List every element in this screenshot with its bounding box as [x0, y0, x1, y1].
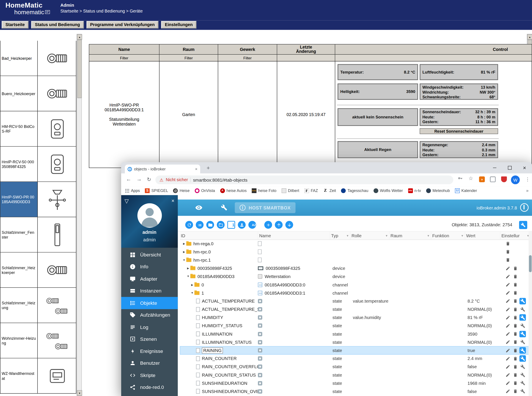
edit-icon[interactable] [504, 355, 511, 362]
drawer-menu-item[interactable]: Szenen [121, 333, 178, 345]
delete-icon[interactable] [512, 306, 518, 313]
objects-column-header[interactable]: Funktion [431, 231, 465, 240]
edit-icon[interactable] [504, 265, 511, 272]
reload-button[interactable] [147, 176, 151, 182]
extension-icon[interactable] [490, 176, 496, 182]
device-list-item[interactable]: Buero_Heizkoerper [0, 76, 76, 111]
objects-column-header[interactable]: Typ [330, 231, 350, 240]
edit-icon[interactable] [504, 273, 511, 280]
settings-icon[interactable] [520, 380, 526, 386]
bookmark-item[interactable]: Foto heise Foto [252, 188, 276, 193]
bookmark-item[interactable]: Apps [124, 188, 140, 193]
reset-sunshine-button[interactable]: Reset Sonnenscheindauer [420, 128, 498, 134]
delete-icon[interactable] [512, 290, 518, 296]
drawer-menu-item[interactable]: Info [121, 261, 178, 273]
nav-button[interactable]: Startseite [2, 21, 29, 29]
delete-icon[interactable] [512, 314, 518, 321]
drawer-menu-item[interactable]: Adapter [121, 273, 178, 285]
object-row[interactable]: SUNSHINEDURATION_OVER state false [180, 387, 531, 396]
settings-icon[interactable] [520, 298, 526, 304]
filter-icon[interactable] [124, 198, 128, 204]
delete-icon[interactable] [504, 257, 511, 263]
object-row[interactable]: ACTUAL_TEMPERATURE_STA state NORMAL(0) [180, 305, 531, 313]
delete-icon[interactable] [512, 281, 518, 288]
object-row[interactable]: 00185A499D0DD3 Wetterstation device [180, 272, 531, 281]
gewerk-filter[interactable]: Filter [218, 55, 277, 61]
tab-close-icon[interactable]: × [195, 167, 197, 171]
drawer-menu-item[interactable]: Instanzen [121, 285, 178, 297]
bookmark-item[interactable]: Dilbert [281, 188, 299, 193]
settings-icon[interactable] [520, 306, 526, 313]
scrollbar-thumb[interactable] [529, 255, 532, 272]
edit-icon[interactable] [504, 290, 511, 296]
drawer-menu-item[interactable]: Übersicht [121, 249, 178, 261]
scrollbar-thumb[interactable] [77, 40, 82, 98]
url-text[interactable]: smartbox:8081/#tab-objects [193, 177, 247, 182]
settings-icon[interactable] [520, 388, 526, 395]
object-row[interactable]: 000350898F4325 000350898F4325 device [180, 264, 531, 272]
window-close-button[interactable] [517, 162, 532, 173]
host-smartbox-button[interactable]: HOST SMARTBOX [235, 202, 295, 213]
edit-icon[interactable] [504, 331, 511, 337]
object-row[interactable]: ILLUMINATION state 3590 [180, 330, 531, 338]
expand-icon[interactable] [190, 283, 194, 286]
object-row[interactable]: SUNSHINEDURATION state 1968 min [180, 379, 531, 387]
new-tab-button[interactable] [207, 165, 210, 171]
object-row[interactable]: RAIN_COUNTER state 2.4 mm [180, 355, 531, 363]
browser-tab[interactable]: objects - ioBroker × [125, 165, 200, 173]
device-list-item[interactable]: HmIP-SWO-PR 00185A499D0DD3 [0, 182, 76, 217]
sort-az-button[interactable]: AZ [249, 221, 256, 229]
collapse-folders-button[interactable] [206, 221, 214, 229]
browser-menu-icon[interactable] [525, 176, 530, 182]
bookmark-star-icon[interactable] [468, 175, 473, 181]
expand-icon[interactable] [186, 267, 190, 270]
address-bar[interactable]: Nicht sicher smartbox:8081/#tab-objects [156, 175, 453, 184]
bookmark-item[interactable]: Meteohub [426, 188, 450, 193]
objects-column-header[interactable]: ID [180, 231, 258, 240]
eye-icon[interactable] [195, 204, 203, 213]
bookmark-item[interactable]: ntv n-tv [408, 188, 421, 193]
name-filter[interactable]: Filter [89, 55, 160, 61]
bookmark-item[interactable]: 12 Kalender [455, 188, 477, 193]
delete-icon[interactable] [512, 339, 518, 345]
drawer-menu-item[interactable]: Log [121, 321, 178, 333]
edit-icon[interactable] [504, 380, 511, 386]
ublock-extension-icon[interactable] [501, 176, 507, 182]
bookmark-item[interactable]: Wolfis Wetter [374, 188, 403, 193]
edit-icon[interactable] [504, 372, 511, 378]
device-list-item[interactable]: Schlafzimmer_Heizung [0, 288, 76, 323]
security-warning-label[interactable]: Nicht sicher [166, 178, 188, 182]
objects-scrollbar[interactable] [529, 231, 532, 396]
bookmark-item[interactable]: A heise Autos [220, 188, 247, 193]
device-list-item[interactable]: Schlafzimmer_Heizkoerper [0, 253, 76, 288]
object-row[interactable]: hm-rpc.0 [180, 248, 531, 256]
profile-avatar[interactable]: W [511, 175, 520, 184]
settings-icon[interactable] [520, 372, 526, 378]
drawer-menu-item[interactable]: Benutzer [121, 357, 178, 369]
delete-icon[interactable] [504, 240, 511, 247]
add-object-button[interactable] [264, 221, 272, 229]
edit-icon[interactable] [504, 322, 511, 329]
delete-icon[interactable] [512, 322, 518, 329]
object-row[interactable]: hm-rpc.1 [180, 256, 531, 264]
user-avatar[interactable] [137, 203, 162, 227]
delete-icon[interactable] [512, 298, 518, 304]
bookmark-item[interactable]: @ Heise [173, 188, 190, 193]
edit-icon[interactable] [504, 314, 511, 321]
settings-icon[interactable] [520, 314, 526, 321]
expand-folders-button[interactable] [217, 221, 225, 229]
password-key-icon[interactable] [458, 176, 463, 183]
delete-icon[interactable] [512, 364, 518, 370]
objects-column-header[interactable]: Rolle [350, 231, 389, 240]
object-row[interactable]: RAIN_COUNTER_OVERFLOW state false [180, 363, 531, 371]
delete-icon[interactable] [512, 331, 518, 337]
expand-icon[interactable] [186, 275, 190, 278]
maximize-button[interactable] [502, 162, 517, 173]
minimize-button[interactable] [487, 162, 502, 173]
objects-column-header[interactable]: Name [258, 231, 330, 240]
scroll-down-icon[interactable]: ▼ [77, 390, 82, 396]
wrench-icon[interactable] [221, 204, 227, 212]
objects-column-header[interactable]: Wert [465, 231, 500, 240]
object-row[interactable]: ILLUMINATION_STATUS state NORMAL(0) [180, 338, 531, 346]
download-button[interactable] [285, 221, 293, 229]
